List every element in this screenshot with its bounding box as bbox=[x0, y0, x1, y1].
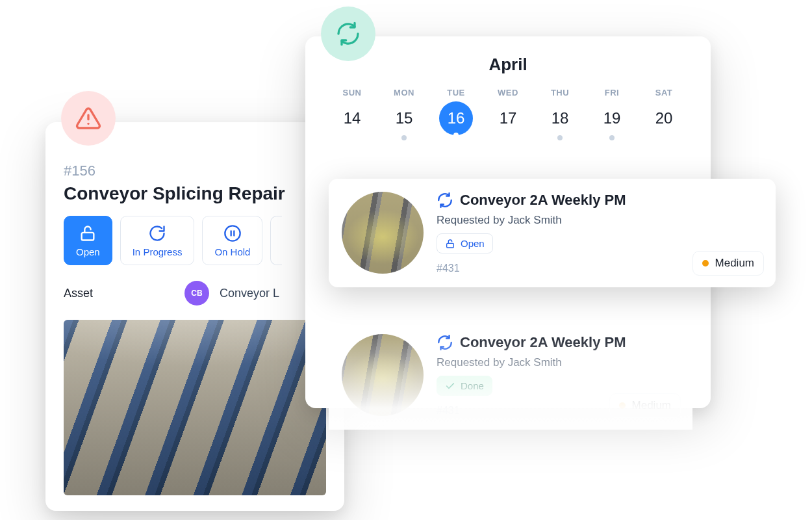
work-order-image bbox=[64, 320, 326, 495]
work-order-id: #156 bbox=[64, 162, 326, 179]
priority-pill[interactable]: Medium bbox=[692, 251, 764, 276]
calendar-day[interactable]: 18 bbox=[534, 101, 586, 148]
calendar-day[interactable]: 17 bbox=[482, 101, 534, 148]
calendar-month: April bbox=[326, 55, 690, 75]
status-inprogress-label: In Progress bbox=[133, 246, 183, 257]
calendar-day-selected[interactable]: 16 bbox=[430, 101, 482, 148]
work-order-card: #156 Conveyor Splicing Repair Open In Pr… bbox=[45, 122, 344, 511]
status-tabs: Open In Progress On Hold bbox=[64, 216, 326, 265]
sync-icon bbox=[335, 21, 361, 47]
event-dot-icon bbox=[609, 135, 615, 140]
svg-point-3 bbox=[225, 226, 240, 240]
check-icon bbox=[445, 381, 455, 391]
dow-sat: SAT bbox=[638, 88, 690, 98]
task-title: Conveyor 2A Weekly PM bbox=[460, 334, 626, 351]
asset-avatar: CB bbox=[184, 281, 209, 306]
event-dot-icon bbox=[453, 133, 459, 138]
priority-label: Medium bbox=[632, 399, 671, 412]
task-status-label: Open bbox=[461, 238, 485, 249]
alert-badge bbox=[61, 91, 116, 146]
task-thumbnail bbox=[342, 334, 424, 416]
dow-fri: FRI bbox=[586, 88, 638, 98]
asset-name: Conveyor L bbox=[220, 287, 279, 300]
calendar-day[interactable]: 19 bbox=[586, 101, 638, 148]
asset-row[interactable]: Asset CB Conveyor L bbox=[64, 281, 326, 306]
dow-wed: WED bbox=[482, 88, 534, 98]
task-status-pill[interactable]: Open bbox=[437, 233, 493, 254]
task-status-label: Done bbox=[461, 380, 484, 391]
refresh-cw-icon bbox=[148, 224, 166, 242]
unlock-icon bbox=[79, 224, 97, 242]
task-status-pill[interactable]: Done bbox=[437, 376, 492, 396]
work-order-title: Conveyor Splicing Repair bbox=[64, 183, 326, 204]
svg-rect-6 bbox=[447, 243, 454, 248]
unlock-icon bbox=[445, 239, 455, 249]
recurring-task-icon bbox=[437, 334, 453, 351]
priority-pill[interactable]: Medium bbox=[609, 393, 681, 418]
asset-field-label: Asset bbox=[64, 287, 174, 300]
calendar-day[interactable]: 15 bbox=[378, 101, 430, 148]
priority-dot-icon bbox=[702, 260, 709, 266]
status-onhold-button[interactable]: On Hold bbox=[202, 216, 262, 265]
recurring-task-icon bbox=[437, 192, 453, 209]
status-inprogress-button[interactable]: In Progress bbox=[120, 216, 195, 265]
task-title: Conveyor 2A Weekly PM bbox=[460, 192, 626, 209]
dow-thu: THU bbox=[534, 88, 586, 98]
calendar-day[interactable]: 14 bbox=[326, 101, 378, 148]
status-more-peek bbox=[270, 216, 282, 265]
task-requested-by: Requested by Jack Smith bbox=[437, 214, 760, 227]
svg-rect-2 bbox=[82, 233, 94, 240]
task-card[interactable]: Conveyor 2A Weekly PM Requested by Jack … bbox=[329, 179, 776, 287]
priority-label: Medium bbox=[715, 257, 754, 270]
status-open-label: Open bbox=[76, 246, 100, 257]
event-dot-icon bbox=[401, 135, 407, 140]
status-onhold-label: On Hold bbox=[214, 246, 250, 257]
pause-circle-icon bbox=[223, 224, 242, 242]
priority-dot-icon bbox=[619, 402, 626, 409]
event-dot-icon bbox=[557, 135, 563, 140]
calendar-day[interactable]: 20 bbox=[638, 101, 690, 148]
task-thumbnail bbox=[342, 192, 424, 274]
task-card[interactable]: Conveyor 2A Weekly PM Requested by Jack … bbox=[329, 321, 692, 430]
task-requested-by: Requested by Jack Smith bbox=[437, 356, 677, 369]
dow-sun: SUN bbox=[326, 88, 378, 98]
calendar-dow-header: SUN MON TUE WED THU FRI SAT 14 15 16 17 … bbox=[326, 88, 690, 148]
status-open-button[interactable]: Open bbox=[64, 216, 112, 265]
dow-mon: MON bbox=[378, 88, 430, 98]
dow-tue: TUE bbox=[430, 88, 482, 98]
recurring-badge bbox=[321, 6, 375, 61]
alert-triangle-icon bbox=[75, 105, 101, 131]
